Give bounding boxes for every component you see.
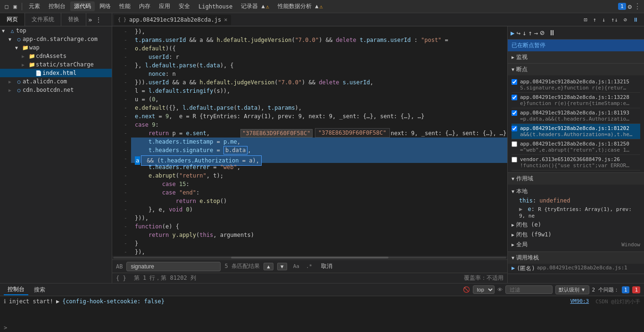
menu-network[interactable]: 网络 (96, 1, 115, 11)
paused-banner-text: 已在断点暂停 (512, 41, 545, 49)
bp-checkbox-6[interactable] (512, 157, 517, 162)
menu-elements[interactable]: 元素 (25, 1, 44, 11)
call-stack-item-1[interactable]: ▶ (匿名) app.084291ec9128ab2e8cda.js:1 (508, 264, 644, 274)
tab-console[interactable]: 控制台 (4, 284, 28, 295)
tree-item-wap[interactable]: ▼ 📁 wap (0, 43, 112, 52)
tree-icon-wap: 📁 (22, 45, 29, 51)
bp-checkbox-3[interactable] (512, 110, 517, 116)
file-tab-close[interactable]: × (224, 16, 227, 23)
format-icon[interactable]: ⊡ (582, 16, 589, 24)
tab-overrides[interactable]: 替换 (61, 13, 86, 26)
bp-text-3[interactable]: app.084291ec9128ab2e8cda.js:1:81193 =p.d… (520, 110, 629, 122)
console-level-btn[interactable]: 默认级别 ▼ (555, 285, 589, 294)
callstack-file: app.084291ec9128ab2e8cda.js:1 (537, 265, 627, 273)
search-regex[interactable]: .* (304, 262, 314, 270)
tree-label-top: top (16, 27, 110, 34)
console-obj-value[interactable]: {config-hook-setcookie: false} (62, 298, 165, 305)
step-into-icon[interactable]: ↓ (600, 16, 607, 24)
tab-search[interactable]: 搜索 (30, 285, 49, 295)
more-options-icon[interactable]: ⋮ (634, 2, 641, 11)
bp-text-6[interactable]: vendor.6313e65102636688479.js:26 !functi… (520, 156, 629, 169)
pause-on-exception-btn[interactable]: ⏸ (548, 28, 556, 37)
bp-checkbox-1[interactable] (512, 79, 517, 85)
bp-checkbox-4[interactable] (512, 126, 517, 131)
breakpoints-content: app.084291ec9128ab2e8cda.js:1:13215 S.si… (508, 75, 644, 172)
file-tab[interactable]: { } app.084291ec9128ab2e8cda.js × (114, 15, 231, 25)
menu-performance[interactable]: 性能 (116, 1, 134, 11)
scope-global-header[interactable]: ▶ 全局 Window (512, 240, 640, 250)
step-out-btn[interactable]: ↑ (528, 29, 532, 37)
new-snippet-icon[interactable]: ⋮ (94, 16, 103, 24)
step-btn[interactable]: → (534, 29, 538, 37)
callstack-header[interactable]: ▼ 调用堆栈 (508, 252, 644, 264)
console-eye-icon[interactable]: 👁 (497, 287, 503, 293)
pause-icon[interactable]: ⏸ (631, 16, 640, 24)
console-clear-icon[interactable]: 🚫 (463, 286, 470, 293)
code-tooltip: "378E863D9F60F0F58C" (315, 128, 390, 138)
step-into-btn[interactable]: ↓ (522, 29, 526, 37)
console-input-line: > (0, 324, 644, 332)
scope-e-key: e (528, 206, 531, 212)
bp-checkbox-2[interactable] (512, 95, 517, 100)
search-case-sensitive[interactable]: Aa (291, 262, 302, 270)
bp-text-1[interactable]: app.084291ec9128ab2e8cda.js:1:13215 S.si… (520, 79, 629, 91)
tree-item-cdnassets[interactable]: ▶ 📁 cdnAssets (0, 52, 112, 60)
scope-closure1-header[interactable]: ▶ 闭包 (e) (512, 220, 640, 230)
tree-item-bootcdn[interactable]: ▶ ○ cdn.bootcdn.net (0, 86, 112, 94)
bp-text-5[interactable]: app.084291ec9128ab2e8cda.js:1:81250 ="we… (520, 141, 629, 153)
console-context-select[interactable]: top (473, 285, 495, 294)
settings-icon[interactable]: ⚙ (628, 3, 632, 10)
resume-btn[interactable]: ▶ (511, 29, 514, 37)
menu-perf-insights[interactable]: 性能数据分析 ▲ ⚠ (274, 1, 327, 11)
code-editor[interactable]: ----- ----- ----- ----- ----- -- "378E86… (112, 26, 507, 283)
bp-text-4[interactable]: app.084291ec9128ab2e8cda.js:1:81202 a&&(… (520, 125, 632, 138)
scope-e-expand[interactable]: ▶ (519, 206, 522, 212)
menu-security[interactable]: 安全 (175, 1, 194, 11)
search-prev-btn[interactable]: ▲ (264, 263, 273, 270)
step-over-icon[interactable]: ↑ (591, 16, 598, 24)
code-line-15: t.headers.signature = b.data, (131, 146, 507, 154)
menu-recorder[interactable]: 记录器 ▲ ⚠ (237, 1, 273, 11)
bp-checkbox-5[interactable] (512, 141, 517, 147)
horizontal-scrollbar[interactable] (112, 256, 507, 259)
menu-lighthouse[interactable]: Lighthouse (195, 2, 236, 11)
step-over-btn[interactable]: ↪ (516, 29, 520, 37)
code-lines: "378E863D9F60F0F58C" }), t.params.userId… (131, 26, 507, 256)
breakpoints-header[interactable]: ▼ 断点 (508, 64, 644, 75)
scope-header[interactable]: ▼ 作用域 (508, 173, 644, 185)
search-cancel-btn[interactable]: 取消 (318, 261, 335, 271)
menu-memory[interactable]: 内存 (135, 1, 154, 11)
tab-webpage[interactable]: 网页 (0, 13, 25, 26)
tree-item-alicdn[interactable]: ▶ ○ at.alicdn.com (0, 77, 112, 86)
tree-arrow-bootcdn: ▶ (8, 88, 15, 93)
deactivate-bp-icon[interactable]: ⊘ (622, 16, 629, 24)
watch-arrow: ▶ (512, 55, 514, 60)
search-options: Aa .* (291, 262, 315, 270)
code-scroll[interactable]: ----- ----- ----- ----- ----- -- "378E86… (112, 26, 507, 256)
tab-filesystem[interactable]: 文件系统 (25, 13, 61, 26)
tree-item-appcdn[interactable]: ▼ ○ app-cdn.starcharge.com (0, 35, 112, 43)
console-filter-input[interactable] (505, 285, 553, 294)
watch-header[interactable]: ▶ 监视 (508, 51, 644, 63)
tree-item-top[interactable]: ▼ △ top (0, 26, 112, 35)
vm-link[interactable]: VM90:3 (570, 298, 589, 304)
bp-item-2: app.084291ec9128ab2e8cda.js:1:13228 e}fu… (512, 93, 640, 108)
tree-item-static[interactable]: ▶ 📁 static/starCharge (0, 60, 112, 69)
menu-console[interactable]: 控制台 (45, 1, 69, 11)
callstack-fn-name: (匿名) (517, 265, 535, 273)
deactivate-all-bp-btn[interactable]: ⊘ (540, 28, 545, 37)
menu-application[interactable]: 应用 (155, 1, 174, 11)
menu-sources[interactable]: 源代码 (70, 1, 95, 11)
scope-local-header[interactable]: ▼ 本地 (512, 186, 640, 196)
step-out-icon[interactable]: ↑↓ (609, 16, 619, 24)
search-next-btn[interactable]: ▼ (277, 263, 287, 270)
search-ab-icon: AB (116, 263, 123, 270)
search-input[interactable] (126, 262, 221, 271)
more-tabs-icon[interactable]: » (86, 15, 94, 24)
bp-text-2[interactable]: app.084291ec9128ab2e8cda.js:1:13228 e}fu… (520, 94, 629, 106)
tree-item-indexhtml[interactable]: ▶ 📄 index.html (0, 69, 112, 77)
bottom-area: 控制台 搜索 🚫 top 👁 默认级别 ▼ 2 个问题： 1 1 ℹ injec… (0, 283, 644, 332)
menu-bar: □ ▣ 元素 控制台 源代码 网络 性能 内存 应用 安全 Lighthouse… (0, 0, 644, 13)
scope-closure2-header[interactable]: ▶ 闭包 (f9w1) (512, 230, 640, 240)
tree-label-appcdn: app-cdn.starcharge.com (23, 36, 110, 42)
